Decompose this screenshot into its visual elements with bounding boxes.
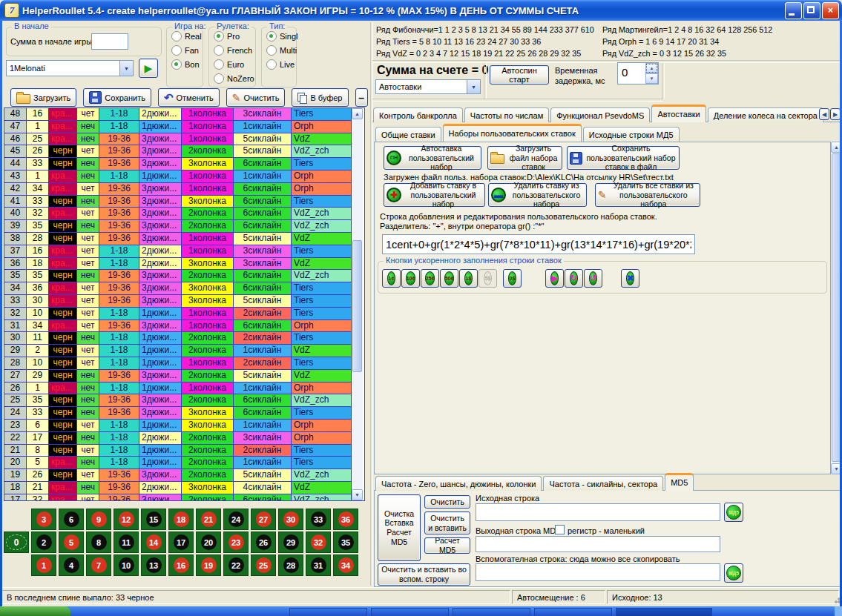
insert-back-button[interactable]: ↺ (584, 269, 602, 288)
taskbar-button[interactable] (289, 608, 367, 616)
board-cell-12[interactable]: 12 (114, 509, 139, 530)
taskbar-button[interactable] (371, 608, 449, 616)
board-cell-9[interactable]: 9 (86, 509, 111, 530)
radio-icon[interactable] (171, 45, 182, 56)
collapse-button[interactable]: – (355, 88, 369, 107)
chevron-down-icon[interactable]: ▼ (119, 61, 133, 76)
delay-spinner[interactable]: 0 ▲ ▼ (617, 62, 659, 85)
board-cell-34[interactable]: 34 (333, 554, 358, 576)
outer-tab[interactable]: Контроль банкролла (373, 107, 463, 122)
table-row[interactable]: 27 29 черн неч 19-36 3дюжи... 2колонка 5… (4, 370, 352, 382)
insert-repeat-button[interactable]: ↻ (565, 269, 583, 288)
close-button[interactable]: × (822, 2, 839, 19)
radio-nozero[interactable]: NoZero (214, 73, 255, 84)
md5-clear-button[interactable]: Очистить (424, 495, 470, 509)
load-set-file-button[interactable]: Загрузить файл набора ставок (487, 146, 562, 170)
md5-calc-button[interactable]: Расчет MD5 (424, 537, 470, 554)
table-row[interactable]: 29 2 черн чет 1-18 1дюжи... 2колонка 1си… (4, 345, 352, 357)
board-cell-4[interactable]: 4 (59, 554, 84, 576)
table-scroll-thumb[interactable] (352, 240, 362, 372)
table-row[interactable]: 20 5 кра... неч 1-18 1дюжи... 2колонка 1… (4, 457, 352, 469)
table-row[interactable]: 38 28 черн чет 19-36 3дюжи... 1колонка 5… (4, 233, 352, 245)
board-cell-16[interactable]: 16 (168, 554, 194, 576)
table-row[interactable]: 22 17 черн неч 1-18 2дюжи... 2колонка 3с… (4, 432, 352, 445)
table-row[interactable]: 24 33 черн неч 19-36 3дюжи... 3колонка 6… (4, 407, 352, 420)
add-bet-button[interactable]: ✚Добавить ставку в пользовательский набо… (384, 183, 485, 207)
table-row[interactable]: 45 26 черн чет 19-36 3дюжи... 2колонка 5… (4, 145, 352, 158)
board-cell-36[interactable]: 36 (333, 509, 358, 530)
board-cell-29[interactable]: 29 (278, 531, 303, 553)
board-cell-18[interactable]: 18 (168, 509, 194, 530)
board-cell-28[interactable]: 28 (278, 554, 303, 576)
table-row[interactable]: 18 21 кра... неч 19-36 2дюжи... 3колонка… (4, 482, 352, 494)
table-scrollbar[interactable]: ▲ ▼ (352, 108, 363, 500)
table-row[interactable]: 39 35 черн неч 19-36 3дюжи... 2колонка 6… (4, 220, 352, 233)
taskbar-button[interactable] (534, 608, 612, 616)
start-sum-input[interactable] (91, 33, 128, 50)
scroll-down-icon[interactable]: ▼ (352, 489, 363, 500)
table-row[interactable]: 47 1 кра... неч 1-18 1дюжи... 1колонка 1… (4, 121, 352, 133)
spin-up-icon[interactable]: ▲ (645, 63, 658, 73)
undo-button[interactable]: ↶Отменить (158, 88, 220, 107)
inner-tab[interactable]: Наборы пользовательских ставок (443, 124, 582, 142)
bet-50cent-button[interactable]: 50¢ (440, 269, 458, 288)
bottom-tab[interactable]: Частота - Zero, шансы, дюжины, колонки (375, 476, 542, 491)
tab-scroll-left-icon[interactable]: ◀ (819, 108, 829, 120)
table-row[interactable]: 32 10 черн чет 1-18 1дюжи... 1колонка 2с… (4, 308, 352, 320)
chevron-down-icon[interactable]: ▼ (467, 80, 480, 93)
radio-icon[interactable] (214, 59, 224, 70)
run-strategy-button[interactable]: ▶ (139, 59, 158, 78)
board-cell-8[interactable]: 8 (86, 531, 111, 553)
table-row[interactable]: 46 25 кра... неч 19-36 3дюжи... 1колонка… (4, 133, 352, 146)
radio-icon[interactable] (266, 31, 277, 42)
md5-aux-input[interactable] (476, 563, 720, 581)
bottom-tab[interactable]: MD5 (665, 473, 694, 491)
insert-play-button[interactable]: ▶ (545, 269, 564, 288)
board-cell-32[interactable]: 32 (306, 531, 331, 553)
md5-big-button[interactable]: Очистка Вставка Расчет MD5 (378, 494, 421, 561)
case-checkbox[interactable] (555, 525, 565, 534)
board-cell-24[interactable]: 24 (223, 509, 249, 530)
maximize-button[interactable] (803, 2, 820, 19)
md5-source-input[interactable] (476, 503, 720, 521)
board-cell-17[interactable]: 17 (168, 531, 194, 553)
board-cell-25[interactable]: 25 (251, 554, 276, 576)
delay-value[interactable]: 0 (618, 63, 645, 84)
title-bar[interactable]: 7 HelperRoullet 5.4- create helperroulle… (0, 0, 842, 21)
radio-live[interactable]: Live (266, 59, 296, 70)
table-row[interactable]: 19 26 черн чет 19-36 3дюжи... 2колонка 5… (4, 469, 352, 482)
radio-real[interactable]: Real (171, 31, 203, 42)
table-row[interactable]: 30 11 черн неч 1-18 1дюжи... 2колонка 2с… (4, 332, 352, 345)
board-cell-20[interactable]: 20 (196, 531, 221, 553)
radio-french[interactable]: French (214, 45, 255, 56)
bet-10cent-button[interactable]: 10¢ (401, 269, 420, 288)
board-cell-22[interactable]: 22 (223, 554, 249, 576)
board-cell-3[interactable]: 3 (31, 509, 56, 530)
bet-0dollar-button[interactable]: 0$ (503, 269, 522, 288)
radio-bon[interactable]: Bon (171, 59, 203, 70)
radio-multi[interactable]: Multi (266, 45, 296, 56)
board-cell-33[interactable]: 33 (306, 509, 331, 530)
remove-all-bets-button[interactable]: ✎Удалить все ставки из пользовательского… (595, 183, 700, 207)
table-row[interactable]: 33 30 кра... чет 19-36 3дюжи... 3колонка… (4, 295, 352, 308)
table-row[interactable]: 34 36 кра... чет 19-36 3дюжи... 3колонка… (4, 282, 352, 295)
radio-pro[interactable]: Pro (214, 31, 255, 42)
start-button[interactable] (0, 606, 70, 616)
bet-1cent-button[interactable]: 1¢ (382, 269, 401, 288)
save-set-file-button[interactable]: Сохранить пользовательский набор ставок … (567, 146, 680, 170)
table-row[interactable]: 42 34 кра... чет 19-36 3дюжи... 1колонка… (4, 183, 352, 196)
autospin-start-button[interactable]: Автоспин старт (490, 65, 549, 85)
inner-tab[interactable]: Общие ставки (375, 127, 441, 142)
radio-euro[interactable]: Euro (214, 59, 255, 70)
board-cell-26[interactable]: 26 (251, 531, 276, 553)
board-cell-6[interactable]: 6 (59, 509, 84, 530)
clear-button[interactable]: ✎Очистить (226, 88, 286, 107)
taskbar-button[interactable] (453, 608, 530, 616)
outer-tab[interactable]: Функционал PsevdoMS (550, 107, 650, 122)
table-row[interactable]: 37 16 кра... чет 1-18 2дюжи... 1колонка … (4, 245, 352, 258)
board-cell-5[interactable]: 5 (59, 531, 84, 553)
table-row[interactable]: 36 18 кра... чет 1-18 2дюжи... 3колонка … (4, 258, 352, 271)
table-row[interactable]: 41 33 черн неч 19-36 3дюжи... 3колонка 6… (4, 196, 352, 208)
table-row[interactable]: 43 1 кра... неч 1-18 1дюжи... 1колонка 1… (4, 170, 352, 183)
radio-icon[interactable] (214, 31, 224, 42)
